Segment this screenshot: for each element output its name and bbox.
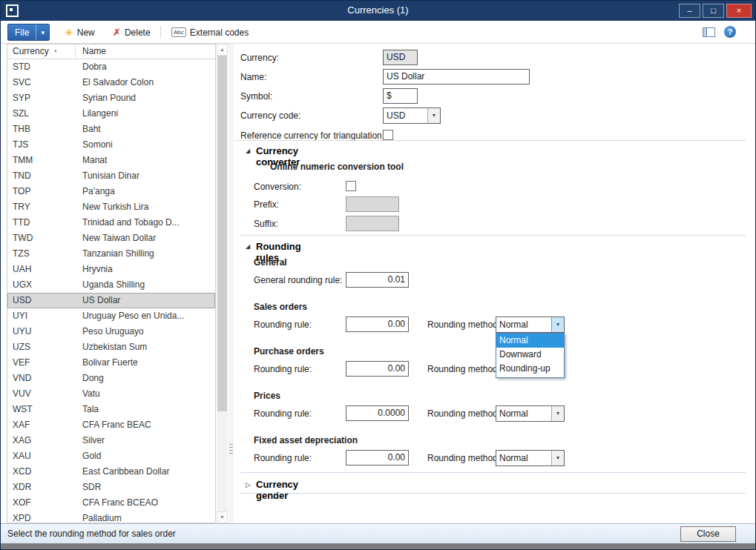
triangulation-checkbox[interactable]: [383, 130, 393, 140]
currency-row[interactable]: UYI Uruguay Peso en Unida...: [7, 308, 215, 324]
external-codes-label: External codes: [190, 27, 249, 38]
currency-code-cell: VEF: [13, 355, 30, 371]
new-icon: ✳: [65, 27, 73, 39]
currency-code-cell: WST: [13, 402, 33, 417]
currency-row[interactable]: VEF Bolivar Fuerte: [7, 355, 215, 371]
general-rounding-rule-label: General rounding rule:: [254, 275, 342, 285]
purchase-rounding-rule-label: Rounding rule:: [254, 364, 312, 374]
prices-rounding-method-combobox[interactable]: Normal ▾: [496, 405, 565, 422]
dropdown-option[interactable]: Normal: [496, 334, 564, 348]
currency-field-label: Currency:: [240, 53, 279, 63]
titlebar: Currencies (1) – □ ×: [1, 1, 755, 21]
currency-row[interactable]: XAU Gold: [7, 448, 215, 464]
currency-row[interactable]: UZS Uzbekistan Sum: [7, 339, 215, 355]
currency-row[interactable]: UGX Uganda Shilling: [7, 277, 215, 293]
currency-row[interactable]: SVC El Salvador Colon: [7, 75, 215, 90]
layout-icon[interactable]: [703, 27, 715, 37]
currency-row[interactable]: TZS Tanzanian Shilling: [7, 246, 215, 262]
column-header-name-label: Name: [82, 46, 106, 56]
currency-row[interactable]: THB Baht: [7, 122, 215, 137]
prices-heading: Prices: [254, 391, 280, 401]
currency-name-cell: East Caribbean Dollar: [82, 464, 214, 480]
maximize-button[interactable]: □: [703, 4, 724, 18]
general-heading: General: [254, 257, 287, 268]
sales-rounding-rule-field[interactable]: 0.00: [346, 317, 409, 332]
currency-code-cell: TTD: [13, 215, 30, 231]
close-button[interactable]: Close: [680, 526, 736, 542]
fixed-asset-rounding-rule-field[interactable]: 0.00: [346, 450, 409, 465]
currency-row[interactable]: TOP Pa'anga: [7, 184, 215, 199]
currency-code-cell: XAU: [13, 448, 31, 464]
scroll-down-icon[interactable]: ▼: [217, 511, 228, 523]
column-header-name[interactable]: Name: [76, 44, 215, 59]
currency-name-cell: Bolivar Fuerte: [82, 355, 214, 371]
currency-field[interactable]: USD: [383, 50, 418, 65]
currency-name-cell: Lilangeni: [82, 106, 214, 122]
currency-row[interactable]: XOF CFA Franc BCEAO: [7, 495, 215, 511]
dropdown-option[interactable]: Downward: [496, 348, 564, 362]
general-rounding-rule-field[interactable]: 0.01: [346, 272, 409, 288]
scroll-up-icon[interactable]: ▲: [217, 44, 228, 56]
help-icon[interactable]: ?: [724, 26, 736, 38]
currency-row[interactable]: XAG Silver: [7, 433, 215, 448]
currency-row[interactable]: UYU Peso Uruguayo: [7, 324, 215, 339]
currency-row[interactable]: XPD Palladium: [7, 511, 215, 523]
currency-row[interactable]: USD US Dollar: [7, 293, 215, 308]
section-bottom-border: [240, 493, 746, 494]
currency-row[interactable]: TRY New Turkish Lira: [7, 199, 215, 215]
currency-row[interactable]: TWD New Taiwan Dollar: [7, 231, 215, 246]
prefix-label: Prefix:: [254, 199, 279, 210]
column-header-currency[interactable]: Currency▲: [7, 44, 76, 59]
conversion-checkbox[interactable]: [346, 181, 356, 191]
delete-icon: ✗: [113, 27, 121, 38]
dropdown-option-label: Downward: [499, 349, 542, 360]
list-scrollbar[interactable]: ▲ ▼: [217, 44, 228, 523]
symbol-field[interactable]: $: [383, 88, 418, 104]
currency-row[interactable]: TJS Somoni: [7, 137, 215, 153]
currency-row[interactable]: STD Dobra: [7, 59, 215, 75]
currency-row[interactable]: WST Tala: [7, 402, 215, 417]
delete-button[interactable]: ✗ Delete: [108, 24, 155, 41]
currency-code-cell: SVC: [13, 75, 31, 90]
currency-row[interactable]: SZL Lilangeni: [7, 106, 215, 122]
currency-code-value: USD: [384, 108, 427, 123]
window-title: Currencies (1): [1, 4, 755, 16]
dropdown-option[interactable]: Rounding-up: [496, 362, 564, 376]
currency-row[interactable]: VND Dong: [7, 371, 215, 386]
currency-row[interactable]: XDR SDR: [7, 480, 215, 495]
file-menu-button[interactable]: File ▾: [7, 24, 50, 41]
currency-row[interactable]: XAF CFA Franc BEAC: [7, 417, 215, 433]
name-field[interactable]: US Dollar: [383, 69, 530, 85]
name-field-label: Name:: [240, 72, 266, 82]
close-window-button[interactable]: ×: [726, 4, 752, 18]
delete-button-label: Delete: [125, 27, 151, 38]
sales-rounding-method-combobox[interactable]: Normal ▾: [496, 317, 565, 333]
chevron-down-icon: ▾: [551, 451, 564, 465]
currency-name-cell: Manat: [82, 153, 214, 168]
currency-row[interactable]: VUV Vatu: [7, 386, 215, 402]
minimize-button[interactable]: –: [679, 4, 700, 18]
currency-row[interactable]: TMM Manat: [7, 153, 215, 168]
external-codes-button[interactable]: Abc External codes: [167, 24, 253, 41]
panel-splitter[interactable]: [229, 44, 234, 523]
prices-rounding-rule-field[interactable]: 0.0000: [346, 405, 409, 421]
currency-row[interactable]: UAH Hryvnia: [7, 262, 215, 277]
currency-name-cell: Vatu: [82, 386, 214, 402]
fixed-asset-rounding-method-combobox[interactable]: Normal ▾: [496, 450, 565, 466]
scrollbar-thumb[interactable]: [217, 56, 227, 411]
currency-row[interactable]: TTD Trinidad and Tobago D...: [7, 215, 215, 231]
suffix-field[interactable]: [346, 216, 399, 231]
purchase-rounding-rule-field[interactable]: 0.00: [346, 361, 409, 377]
window-controls: – □ ×: [679, 4, 752, 18]
currency-name-cell: Tunisian Dinar: [82, 168, 214, 184]
currency-row[interactable]: XCD East Caribbean Dollar: [7, 464, 215, 480]
currency-code-cell: XPD: [13, 511, 31, 523]
new-button[interactable]: ✳ New: [60, 24, 99, 41]
currency-code-cell: USD: [13, 293, 31, 308]
currency-name-cell: Somoni: [82, 137, 214, 153]
currency-row[interactable]: TND Tunisian Dinar: [7, 168, 215, 184]
currency-row[interactable]: SYP Syrian Pound: [7, 90, 215, 106]
prefix-field[interactable]: [346, 196, 399, 212]
currency-code-combobox[interactable]: USD ▾: [383, 107, 441, 124]
currency-code-cell: TRY: [13, 199, 30, 215]
